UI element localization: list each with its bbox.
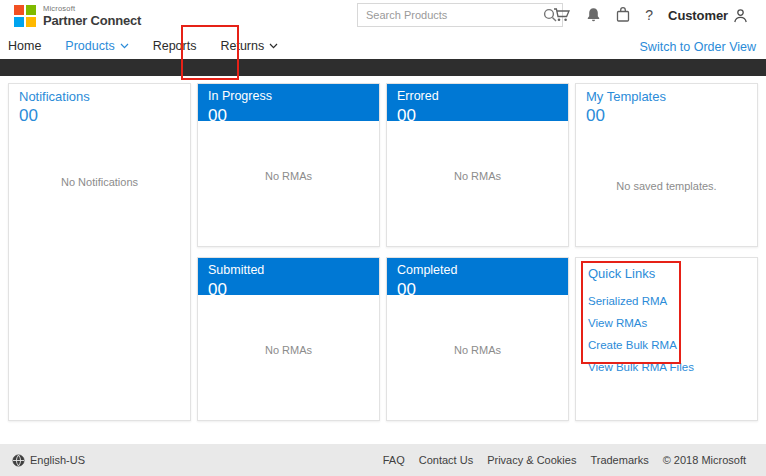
cart-icon[interactable] [553, 7, 571, 23]
tile-title: Submitted [208, 263, 369, 279]
footer-link-faq[interactable]: FAQ [383, 454, 405, 466]
bell-icon[interactable] [586, 7, 601, 23]
app-logo[interactable]: Microsoft Partner Connect [14, 5, 141, 27]
tile-title[interactable]: Notifications [19, 89, 180, 105]
search-box[interactable] [357, 3, 563, 27]
tile-count: 00 [208, 279, 369, 300]
tile-count: 00 [19, 105, 180, 126]
tile-in-progress[interactable]: In Progress 00 No RMAs [197, 83, 380, 247]
tile-count: 00 [397, 105, 558, 126]
tile-count: 00 [397, 279, 558, 300]
chevron-down-icon [269, 43, 278, 49]
tile-completed[interactable]: Completed 00 No RMAs [386, 257, 569, 421]
bag-icon[interactable] [616, 7, 630, 23]
tile-count: 00 [586, 105, 747, 126]
tile-title: Errored [397, 89, 558, 105]
tile-title[interactable]: My Templates [586, 89, 747, 105]
footer: English-US FAQ Contact Us Privacy & Cook… [0, 444, 766, 476]
tile-submitted[interactable]: Submitted 00 No RMAs [197, 257, 380, 421]
person-icon [733, 8, 748, 23]
nav-home-label: Home [8, 39, 41, 53]
account-menu[interactable]: Customer [668, 8, 748, 23]
tile-my-templates[interactable]: My Templates 00 No saved templates. [575, 83, 758, 247]
top-bar: Microsoft Partner Connect [0, 0, 766, 33]
quick-links-title: Quick Links [588, 266, 745, 281]
language-label: English-US [30, 454, 85, 466]
nav-returns-label: Returns [220, 39, 264, 53]
link-view-rmas[interactable]: View RMAs [588, 317, 745, 329]
nav-item-returns[interactable]: Returns [220, 39, 278, 53]
product-name: Partner Connect [43, 14, 141, 27]
link-view-bulk-rma-files[interactable]: View Bulk RMA Files [588, 361, 745, 373]
globe-icon [12, 454, 25, 467]
nav-item-products[interactable]: Products [65, 39, 128, 53]
nav-products-label: Products [65, 39, 114, 53]
link-serialized-rma[interactable]: Serialized RMA [588, 295, 745, 307]
footer-link-contact-us[interactable]: Contact Us [419, 454, 473, 466]
search-input[interactable] [358, 9, 538, 21]
empty-state-text: No RMAs [387, 344, 568, 356]
account-label: Customer [668, 8, 728, 23]
brand-name: Microsoft [43, 5, 141, 13]
empty-state-text: No saved templates. [576, 180, 757, 192]
tile-notifications[interactable]: Notifications 00 No Notifications [8, 83, 191, 421]
help-icon[interactable]: ? [645, 7, 653, 23]
tile-errored[interactable]: Errored 00 No RMAs [386, 83, 569, 247]
tile-count: 00 [208, 105, 369, 126]
empty-state-text: No RMAs [198, 344, 379, 356]
switch-to-order-view-link[interactable]: Switch to Order View [640, 40, 756, 54]
language-selector[interactable]: English-US [12, 454, 85, 467]
nav-reports-label: Reports [153, 39, 197, 53]
empty-state-text: No RMAs [198, 170, 379, 182]
tile-title: Completed [397, 263, 558, 279]
nav-item-home[interactable]: Home [8, 39, 41, 53]
footer-link-trademarks[interactable]: Trademarks [590, 454, 648, 466]
empty-state-text: No Notifications [9, 176, 190, 188]
footer-link-privacy-cookies[interactable]: Privacy & Cookies [487, 454, 576, 466]
chevron-down-icon [120, 43, 129, 49]
microsoft-logo-icon [14, 5, 36, 27]
tile-quick-links: Quick Links Serialized RMA View RMAs Cre… [575, 257, 758, 421]
secondary-nav-bar [0, 59, 766, 76]
nav-item-reports[interactable]: Reports [153, 39, 197, 53]
dashboard-tiles: Notifications 00 No Notifications In Pro… [8, 83, 758, 421]
link-create-bulk-rma[interactable]: Create Bulk RMA [588, 339, 745, 351]
tile-title: In Progress [208, 89, 369, 105]
copyright-text: © 2018 Microsoft [663, 454, 746, 466]
empty-state-text: No RMAs [387, 170, 568, 182]
